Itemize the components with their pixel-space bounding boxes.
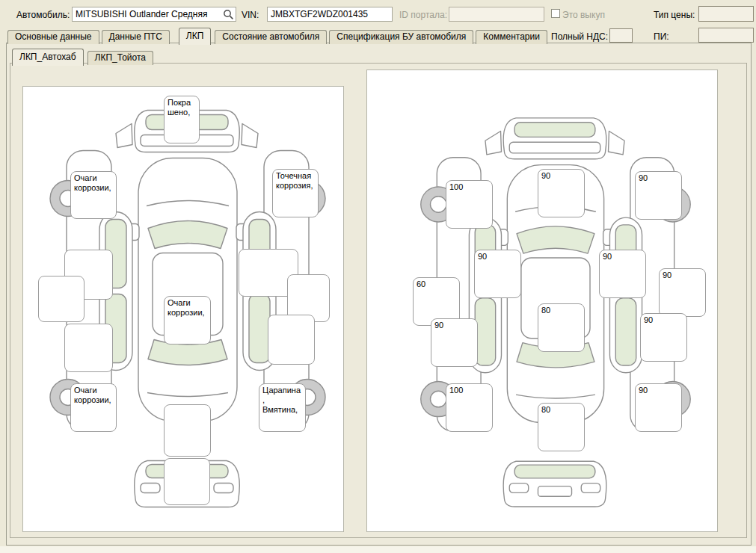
car-input[interactable]: MITSUBISHI Outlander Средняя [72,7,236,22]
damage-note-box[interactable]: Очаги коррозии, [164,296,211,345]
subtab-lkp-autohub[interactable]: ЛКП_Автохаб [12,49,84,66]
tab-pts-data[interactable]: Данные ПТС [102,30,170,44]
defect-annotations-layer: Покрашено,Очаги коррозии,Точечная корроз… [23,87,343,531]
paint-thickness-box[interactable]: 80 [538,303,585,352]
tab-comments[interactable]: Комментарии [476,30,547,44]
car-input-value: MITSUBISHI Outlander Средняя [76,9,221,19]
tab-used-car-spec[interactable]: Спецификация БУ автомобиля [329,30,473,44]
damage-note-box[interactable] [38,276,84,322]
paint-thickness-box[interactable]: 90 [635,383,682,432]
search-icon[interactable] [223,9,234,20]
damage-note-box[interactable] [164,404,211,457]
thickness-annotations-layer: 1009090909090608090901009080 [367,70,717,531]
paint-thickness-box[interactable]: 90 [635,171,682,220]
car-label: Автомобиль: [16,10,70,20]
bottom-strip [0,546,756,553]
full-vat-label: Полный НДС: [551,31,608,42]
main-tabbar: Основные данные Данные ПТС ЛКП Состояние… [7,28,550,44]
vin-label: VIN: [242,10,259,20]
tab-lkp[interactable]: ЛКП [179,28,212,45]
vin-input[interactable] [267,7,393,22]
buyout-label: Это выкуп [562,10,605,20]
paint-thickness-box[interactable]: 100 [446,383,493,432]
damage-note-box[interactable]: Точечная коррозия, [272,169,319,217]
tab-car-condition[interactable]: Состояние автомобиля [215,30,327,44]
price-type-label: Тип цены: [654,10,695,20]
damage-defects-panel[interactable]: Покрашено,Очаги коррозии,Точечная корроз… [22,86,344,532]
pi-input[interactable] [698,28,754,43]
paint-thickness-box[interactable]: 90 [599,250,646,298]
damage-note-box[interactable] [268,315,315,365]
damage-note-box[interactable]: Царапина, Вмятина, [259,383,306,432]
paint-thickness-box[interactable]: 80 [538,403,585,451]
tab-main-data[interactable]: Основные данные [7,30,99,44]
paint-thickness-box[interactable]: 90 [474,250,521,298]
portal-id-input[interactable] [449,7,544,22]
damage-note-box[interactable]: Очаги коррозии, [70,383,117,432]
paint-thickness-box[interactable]: 90 [640,313,687,362]
subtab-lkp-toyota[interactable]: ЛКП_Тойота [87,51,153,65]
price-type-input[interactable] [698,6,754,22]
damage-note-box[interactable] [164,458,210,505]
paint-thickness-box[interactable]: 90 [659,268,706,317]
paint-thickness-panel[interactable]: 1009090909090608090901009080 [366,69,718,532]
portal-id-label: ID портала: [399,10,447,20]
full-vat-input[interactable] [609,28,633,43]
paint-thickness-box[interactable]: 90 [431,318,478,367]
buyout-checkbox[interactable] [551,9,560,18]
lkp-sub-tabbar: ЛКП_Автохаб ЛКП_Тойота [12,49,156,65]
damage-note-box[interactable]: Очаги коррозии, [70,171,117,219]
damage-note-box[interactable]: Покрашено, [164,96,200,143]
pi-label: ПИ: [654,31,669,42]
damage-note-box[interactable] [64,324,113,372]
paint-thickness-box[interactable]: 100 [446,180,493,229]
paint-thickness-box[interactable]: 90 [538,169,585,217]
